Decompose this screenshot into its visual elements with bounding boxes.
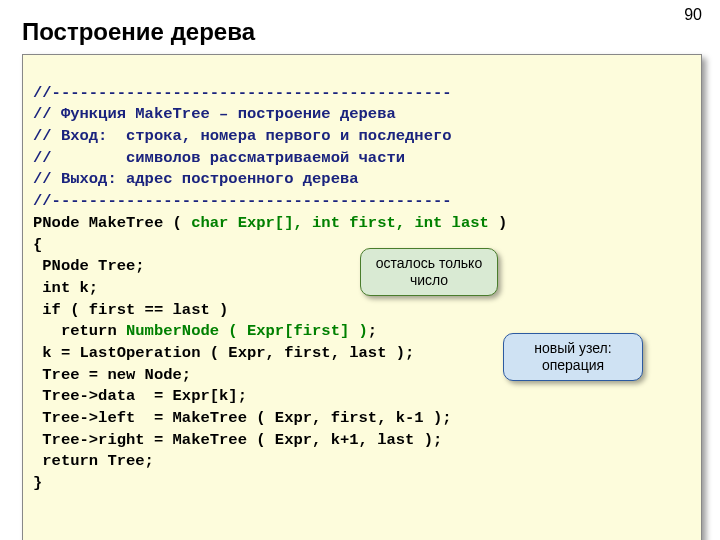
code-comment-out: // Выход: адрес построенного дерева [33, 170, 359, 188]
code-comment-in1: // Вход: строка, номера первого и послед… [33, 127, 452, 145]
code-decl-tree: PNode Tree; [33, 257, 145, 275]
code-return-a: return [33, 322, 126, 340]
code-new-node: Tree = new Node; [33, 366, 191, 384]
code-assign-data: Tree->data = Expr[k]; [33, 387, 247, 405]
code-return-c: ; [368, 322, 377, 340]
code-sig-a: PNode MakeTree ( [33, 214, 191, 232]
code-comment-func: // Функция MakeTree – построение дерева [33, 105, 396, 123]
code-sig-params: char Expr[], int first, int last [191, 214, 489, 232]
page-number: 90 [684, 6, 702, 24]
slide-title: Построение дерева [22, 18, 720, 46]
code-lastop: k = LastOperation ( Expr, first, last ); [33, 344, 414, 362]
code-comment-sep-bot: //--------------------------------------… [33, 192, 452, 210]
code-close-brace: } [33, 474, 42, 492]
code-open-brace: { [33, 236, 42, 254]
callout-only-number: осталось только число [360, 248, 498, 296]
code-assign-left: Tree->left = MakeTree ( Expr, first, k-1… [33, 409, 452, 427]
callout-new-node: новый узел: операция [503, 333, 643, 381]
code-comment-sep-top: //--------------------------------------… [33, 84, 452, 102]
code-return-numbernode: NumberNode ( Expr[first] ) [126, 322, 368, 340]
code-return-tree: return Tree; [33, 452, 154, 470]
code-comment-in2: // символов рассматриваемой части [33, 149, 405, 167]
code-if: if ( first == last ) [33, 301, 228, 319]
code-block: //--------------------------------------… [22, 54, 702, 540]
code-sig-c: ) [489, 214, 508, 232]
code-assign-right: Tree->right = MakeTree ( Expr, k+1, last… [33, 431, 442, 449]
code-decl-k: int k; [33, 279, 98, 297]
